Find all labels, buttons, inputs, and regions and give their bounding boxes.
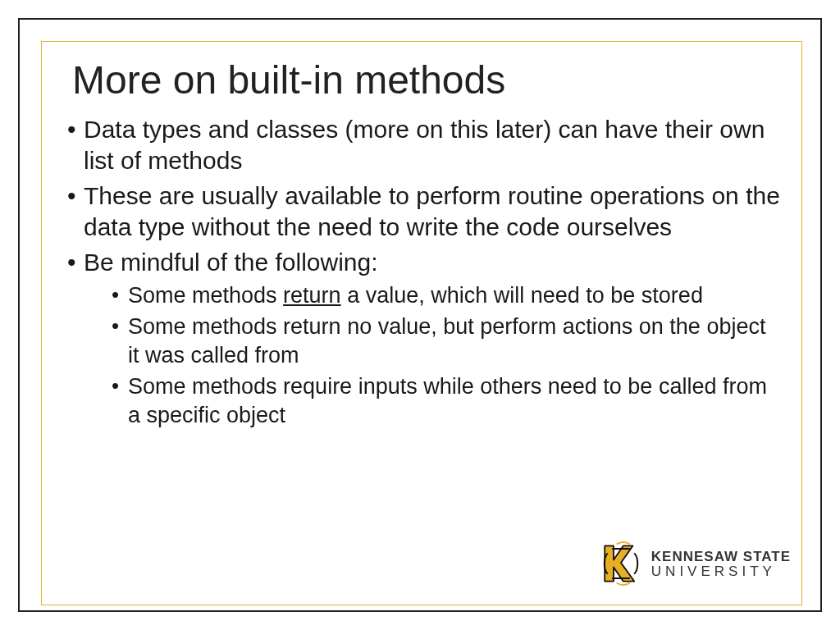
slide: More on built-in methods Data types and … xyxy=(0,0,840,630)
slide-title: More on built-in methods xyxy=(72,57,783,103)
ks-interlock-icon xyxy=(599,541,643,586)
sub-bullet-list: Some methods return a value, which will … xyxy=(84,281,783,430)
bullet-text: Be mindful of the following: xyxy=(84,249,378,276)
bullet-text: These are usually available to perform r… xyxy=(84,182,780,240)
logo-line-1: KENNESAW STATE xyxy=(651,550,791,564)
logo-line-2: UNIVERSITY xyxy=(651,564,791,578)
sub-bullet-text-pre: Some methods xyxy=(128,283,283,308)
sub-bullet-text-underline: return xyxy=(283,283,341,308)
logo-text: KENNESAW STATE UNIVERSITY xyxy=(651,550,791,578)
slide-content: More on built-in methods Data types and … xyxy=(66,57,783,434)
sub-bullet-item: Some methods require inputs while others… xyxy=(112,372,783,429)
sub-bullet-text: Some methods require inputs while others… xyxy=(128,374,767,427)
bullet-list: Data types and classes (more on this lat… xyxy=(66,114,783,429)
bullet-text: Data types and classes (more on this lat… xyxy=(84,116,765,174)
sub-bullet-text: Some methods return no value, but perfor… xyxy=(128,314,765,368)
sub-bullet-item: Some methods return a value, which will … xyxy=(112,281,783,310)
sub-bullet-text-post: a value, which will need to be stored xyxy=(341,283,703,308)
bullet-item: Data types and classes (more on this lat… xyxy=(66,114,783,176)
bullet-item: Be mindful of the following: Some method… xyxy=(66,247,783,429)
sub-bullet-item: Some methods return no value, but perfor… xyxy=(112,313,783,369)
bullet-item: These are usually available to perform r… xyxy=(66,180,783,242)
university-logo: KENNESAW STATE UNIVERSITY xyxy=(599,541,791,586)
